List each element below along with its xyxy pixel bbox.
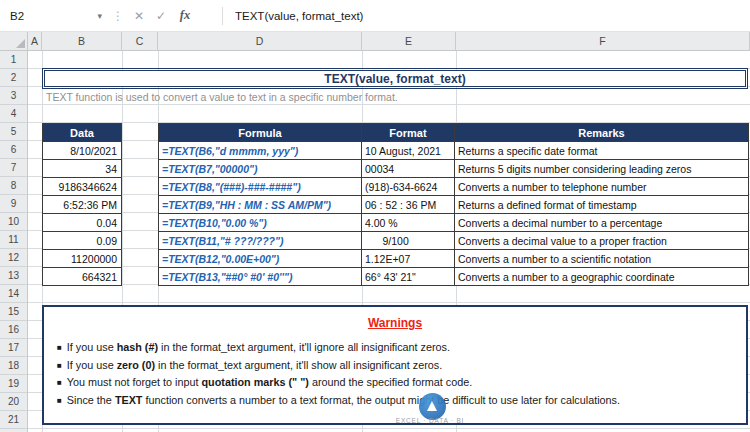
remarks-cell[interactable]: Returns a specific date format	[455, 142, 748, 159]
remarks-cell[interactable]: Converts a decimal value to a proper fra…	[455, 232, 748, 249]
formula-cell[interactable]: =TEXT(B10,"0.00 %")	[159, 214, 362, 231]
insert-function-icon[interactable]: fx	[172, 0, 198, 31]
row-header-17[interactable]: 17	[0, 339, 27, 357]
formula-bar: B2 ▾ ⋮ ✕ ✓ fx TEXT(value, format_text)	[0, 0, 750, 32]
column-header-A[interactable]: A	[28, 32, 42, 50]
formula-cell[interactable]: =TEXT(B8,"(###)-###-####")	[159, 178, 362, 195]
row-header-1[interactable]: 1	[0, 51, 27, 69]
format-cell[interactable]: 9/100	[362, 232, 455, 249]
bullet-icon: ■	[57, 378, 62, 387]
data-cell[interactable]: 664321	[43, 267, 121, 285]
table-row: =TEXT(B11,"# ???/???") 9/100Converts a d…	[159, 231, 748, 249]
row-header-18[interactable]: 18	[0, 357, 27, 375]
remarks-cell[interactable]: Returns 5 digits number considering lead…	[455, 160, 748, 177]
data-cell[interactable]: 0.04	[43, 213, 121, 231]
row-header-10[interactable]: 10	[0, 213, 27, 231]
formula-cell[interactable]: =TEXT(B9,"HH : MM : SS AM/PM")	[159, 196, 362, 213]
row-header-16[interactable]: 16	[0, 321, 27, 339]
warning-item: ■If you use hash (#) in the format_text …	[44, 339, 746, 357]
warning-text-pre: You must not forget to input	[67, 376, 202, 388]
row-header-13[interactable]: 13	[0, 267, 27, 285]
name-box-dropdown-icon[interactable]: ▾	[97, 11, 108, 21]
row-header-6[interactable]: 6	[0, 141, 27, 159]
bullet-icon: ■	[57, 343, 62, 352]
select-all-corner[interactable]	[0, 32, 28, 50]
watermark-text: EXCEL · DATA · BI	[386, 417, 474, 424]
row-header-9[interactable]: 9	[0, 195, 27, 213]
formula-cell[interactable]: =TEXT(B6,"d mmmm, yyy")	[159, 142, 362, 159]
format-cell[interactable]: 1.12E+07	[362, 250, 455, 267]
row-header-11[interactable]: 11	[0, 231, 27, 249]
format-cell[interactable]: 4.00 %	[362, 214, 455, 231]
subtitle-text[interactable]: TEXT function is used to convert a value…	[46, 91, 398, 103]
data-cell[interactable]: 8/10/2021	[43, 141, 121, 159]
warning-item: ■If you use zero (0) in the format_text …	[44, 357, 746, 375]
excel-window: B2 ▾ ⋮ ✕ ✓ fx TEXT(value, format_text) A…	[0, 0, 750, 432]
remarks-cell[interactable]: Converts a decimal number to a percentag…	[455, 214, 748, 231]
row-header-8[interactable]: 8	[0, 177, 27, 195]
confirm-icon[interactable]: ✓	[150, 0, 172, 31]
row-header-2[interactable]: 2	[0, 69, 27, 87]
warnings-title: Warnings	[44, 316, 746, 330]
format-cell[interactable]: 66° 43' 21"	[362, 268, 455, 285]
data-table: Data 8/10/20213491863466246:52:36 PM0.04…	[42, 123, 122, 286]
data-table-header: Data	[43, 124, 121, 141]
data-cell[interactable]: 11200000	[43, 249, 121, 267]
data-cell[interactable]: 9186346624	[43, 177, 121, 195]
remarks-cell[interactable]: Converts a number to a geographic coordi…	[455, 268, 748, 285]
remarks-cell[interactable]: Returns a defined format of timestamp	[455, 196, 748, 213]
table-row: =TEXT(B12,"0.00E+00")1.12E+07Converts a …	[159, 249, 748, 267]
remarks-cell[interactable]: Converts a number to telephone number	[455, 178, 748, 195]
table-row: =TEXT(B9,"HH : MM : SS AM/PM")06 : 52 : …	[159, 195, 748, 213]
row-header-3[interactable]: 3	[0, 87, 27, 105]
column-header-F[interactable]: F	[456, 32, 750, 50]
formula-cell[interactable]: =TEXT(B7,"00000")	[159, 160, 362, 177]
data-cell[interactable]: 34	[43, 159, 121, 177]
warnings-box[interactable]: Warnings ■If you use hash (#) in the for…	[42, 305, 748, 425]
data-cell[interactable]: 6:52:36 PM	[43, 195, 121, 213]
column-header-remarks: Remarks	[455, 124, 748, 141]
row-header-7[interactable]: 7	[0, 159, 27, 177]
warning-text-bold: TEXT	[115, 394, 143, 406]
warning-text-pre: If you use	[67, 359, 117, 371]
table-row: =TEXT(B6,"d mmmm, yyy")10 August, 2021Re…	[159, 141, 748, 159]
column-header-B[interactable]: B	[42, 32, 122, 50]
warning-text-bold: quotation marks (" ")	[202, 376, 309, 388]
row-header-5[interactable]: 5	[0, 123, 27, 141]
title-box[interactable]: TEXT(value, format_text)	[44, 70, 746, 87]
table-row: =TEXT(B8,"(###)-###-####")(918)-634-6624…	[159, 177, 748, 195]
row-header-4[interactable]: 4	[0, 105, 27, 123]
warning-item: ■Since the TEXT function converts a numb…	[44, 392, 746, 410]
column-header-C[interactable]: C	[122, 32, 158, 50]
formula-cell[interactable]: =TEXT(B13,"##0° #0' #0''")	[159, 268, 362, 285]
warning-text-pre: If you use	[67, 341, 117, 353]
table-row: =TEXT(B10,"0.00 %")4.00 %Converts a deci…	[159, 213, 748, 231]
cancel-icon[interactable]: ✕	[128, 0, 150, 31]
formula-cell[interactable]: =TEXT(B12,"0.00E+00")	[159, 250, 362, 267]
name-box-value: B2	[10, 10, 97, 22]
formula-cell[interactable]: =TEXT(B11,"# ???/???")	[159, 232, 362, 249]
format-cell[interactable]: 10 August, 2021	[362, 142, 455, 159]
column-header-D[interactable]: D	[158, 32, 362, 50]
row-header-12[interactable]: 12	[0, 249, 27, 267]
name-box[interactable]: B2 ▾	[0, 0, 108, 31]
row-header-15[interactable]: 15	[0, 303, 27, 321]
bullet-icon: ■	[57, 396, 62, 405]
row-header-14[interactable]: 14	[0, 285, 27, 303]
format-cell[interactable]: 00034	[362, 160, 455, 177]
data-cell[interactable]: 0.09	[43, 231, 121, 249]
formula-input[interactable]: TEXT(value, format_text)	[223, 10, 750, 22]
column-headers: ABCDEF	[0, 32, 750, 51]
exceldemy-logo-icon	[419, 393, 446, 420]
warning-text-bold: zero (0)	[117, 359, 155, 371]
row-header-20[interactable]: 20	[0, 393, 27, 411]
row-header-19[interactable]: 19	[0, 375, 27, 393]
row-header-21[interactable]: 21	[0, 411, 27, 429]
table-row: =TEXT(B13,"##0° #0' #0''")66° 43' 21"Con…	[159, 267, 748, 285]
drag-handle-icon: ⋮	[108, 9, 128, 23]
format-cell[interactable]: 06 : 52 : 36 PM	[362, 196, 455, 213]
format-cell[interactable]: (918)-634-6624	[362, 178, 455, 195]
warning-item: ■You must not forget to input quotation …	[44, 374, 746, 392]
remarks-cell[interactable]: Converts a number to a scientific notati…	[455, 250, 748, 267]
column-header-E[interactable]: E	[362, 32, 456, 50]
